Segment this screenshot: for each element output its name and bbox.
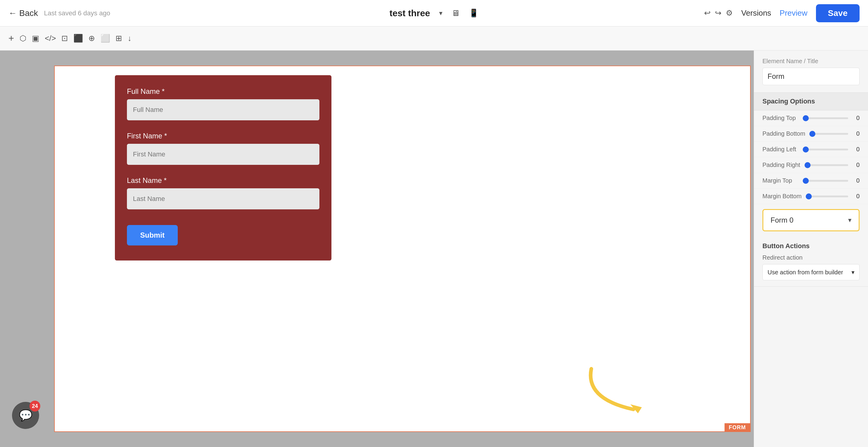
form-select-arrow-icon: ▾ <box>848 216 851 224</box>
full-name-input[interactable] <box>127 99 319 120</box>
preview-button[interactable]: Preview <box>780 8 807 18</box>
layout-icon[interactable]: ⬛ <box>73 34 83 43</box>
padding-left-row: Padding Left 0 <box>754 142 868 157</box>
form-select-dropdown[interactable]: Form 0 ▾ <box>763 209 860 231</box>
margin-top-row: Margin Top 0 <box>754 173 868 188</box>
margin-bottom-label: Margin Bottom <box>763 193 802 200</box>
padding-top-thumb <box>803 115 809 121</box>
media-icon[interactable]: ▣ <box>32 34 39 43</box>
redo-icon[interactable]: ↪ <box>715 8 721 18</box>
padding-bottom-slider[interactable] <box>809 133 848 135</box>
settings-icon[interactable]: ⚙ <box>726 8 733 18</box>
margin-top-slider[interactable] <box>803 180 848 182</box>
first-name-label: First Name * <box>127 132 319 140</box>
padding-right-label: Padding Right <box>763 161 800 169</box>
layers-icon[interactable]: ⬡ <box>20 34 27 43</box>
form-select-value: Form 0 <box>771 216 794 225</box>
top-center-group: test three ▾ 🖥 📱 <box>390 8 478 18</box>
margin-top-label: Margin Top <box>763 177 799 184</box>
code-icon[interactable]: </> <box>45 34 56 43</box>
padding-bottom-value: 0 <box>852 130 860 137</box>
full-name-group: Full Name * <box>127 87 319 129</box>
chat-bubble[interactable]: 💬 24 <box>12 402 39 429</box>
component-icon[interactable]: ⊕ <box>88 34 95 43</box>
button-actions-section: Button Actions Redirect action Use actio… <box>754 236 868 287</box>
last-name-label: Last Name * <box>127 176 319 185</box>
margin-bottom-thumb <box>806 193 812 200</box>
back-button[interactable]: ← Back <box>8 8 38 18</box>
canvas[interactable]: Full Name * First Name * Last Name * Sub… <box>0 51 754 447</box>
margin-top-value: 0 <box>852 177 860 184</box>
canvas-content: Full Name * First Name * Last Name * Sub… <box>54 66 751 432</box>
padding-left-slider[interactable] <box>803 149 848 150</box>
top-bar-right: ↩ ↪ ⚙ Versions Preview Save <box>704 4 860 22</box>
right-panel: Element Name / Title Spacing Options Pad… <box>754 51 868 447</box>
element-icon[interactable]: ⊡ <box>61 34 68 43</box>
undo-icon[interactable]: ↩ <box>704 8 711 18</box>
form-block[interactable]: Full Name * First Name * Last Name * Sub… <box>115 75 332 261</box>
padding-right-slider[interactable] <box>805 164 848 166</box>
padding-bottom-row: Padding Bottom 0 <box>754 126 868 142</box>
padding-bottom-label: Padding Bottom <box>763 130 805 137</box>
top-bar: ← Back Last saved 6 days ago test three … <box>0 0 868 27</box>
first-name-group: First Name * <box>127 132 319 173</box>
padding-top-value: 0 <box>852 115 860 122</box>
versions-button[interactable]: Versions <box>741 8 771 18</box>
padding-left-label: Padding Left <box>763 146 799 153</box>
last-name-input[interactable] <box>127 188 319 209</box>
undo-redo-group: ↩ ↪ ⚙ <box>704 8 733 18</box>
redirect-select-arrow-icon: ▾ <box>851 269 855 276</box>
import-icon[interactable]: ↓ <box>127 34 131 43</box>
last-name-group: Last Name * <box>127 176 319 218</box>
add-icon[interactable]: + <box>8 33 14 44</box>
element-name-label: Element Name / Title <box>763 58 860 65</box>
margin-bottom-value: 0 <box>852 193 860 200</box>
submit-button[interactable]: Submit <box>127 225 178 245</box>
tablet-icon[interactable]: 📱 <box>469 8 478 18</box>
project-dropdown-arrow-icon[interactable]: ▾ <box>439 9 442 17</box>
spacing-options-header: Spacing Options <box>754 93 868 110</box>
full-name-label: Full Name * <box>127 87 319 96</box>
padding-left-thumb <box>803 147 809 152</box>
save-button[interactable]: Save <box>816 4 860 22</box>
saved-label: Last saved 6 days ago <box>44 9 110 17</box>
project-name: test three <box>390 8 430 18</box>
padding-bottom-thumb <box>809 131 815 137</box>
padding-left-value: 0 <box>852 146 860 153</box>
margin-bottom-slider[interactable] <box>806 196 848 197</box>
padding-right-thumb <box>805 162 811 168</box>
back-label: Back <box>19 8 38 18</box>
element-name-section: Element Name / Title <box>754 51 868 93</box>
padding-right-row: Padding Right 0 <box>754 157 868 173</box>
margin-bottom-row: Margin Bottom 0 <box>754 188 868 204</box>
chat-badge: 24 <box>29 401 40 412</box>
back-arrow-icon: ← <box>8 8 17 18</box>
padding-top-slider[interactable] <box>803 117 848 119</box>
second-toolbar: + ⬡ ▣ </> ⊡ ⬛ ⊕ ⬜ ⊞ ↓ <box>0 27 868 51</box>
padding-top-label: Padding Top <box>763 115 799 122</box>
desktop-icon[interactable]: 🖥 <box>452 8 460 18</box>
redirect-action-select[interactable]: Use action from form builder ▾ <box>763 264 860 280</box>
main-area: Full Name * First Name * Last Name * Sub… <box>0 51 868 447</box>
chat-icon: 💬 <box>19 409 32 422</box>
form-badge: FORM <box>724 423 750 432</box>
top-bar-left: ← Back Last saved 6 days ago <box>8 8 110 18</box>
redirect-action-value: Use action from form builder <box>768 269 843 276</box>
margin-top-thumb <box>803 178 809 184</box>
padding-top-row: Padding Top 0 <box>754 110 868 126</box>
padding-right-value: 0 <box>852 161 860 169</box>
first-name-input[interactable] <box>127 144 319 165</box>
redirect-action-label: Redirect action <box>763 254 860 261</box>
grid-icon[interactable]: ⊞ <box>116 34 122 43</box>
element-name-input[interactable] <box>763 68 860 85</box>
button-actions-label: Button Actions <box>763 242 860 250</box>
section-icon[interactable]: ⬜ <box>100 34 110 43</box>
